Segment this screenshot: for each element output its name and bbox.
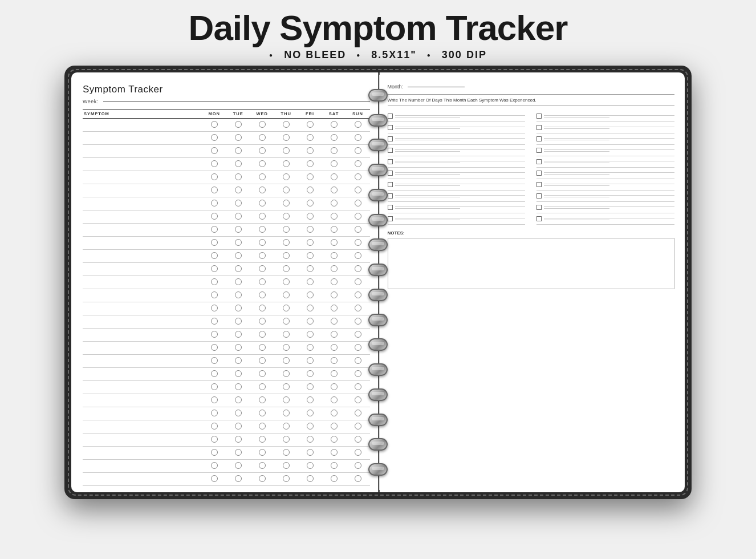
day-circle (259, 252, 266, 259)
day-circle (211, 121, 218, 128)
sun-cell (346, 289, 370, 302)
tue-cell (226, 145, 250, 158)
check-line-short (395, 117, 460, 118)
sat-cell (322, 224, 346, 237)
month-row: Month: (388, 84, 675, 90)
mon-cell (202, 342, 226, 355)
mon-cell (202, 315, 226, 329)
table-row (83, 158, 370, 171)
symptom-cell (83, 355, 202, 368)
week-row: Week: (83, 99, 370, 104)
day-circle (235, 226, 242, 233)
check-lines (544, 149, 674, 152)
wed-cell (250, 420, 274, 434)
day-circle (307, 187, 314, 193)
check-line (544, 172, 674, 173)
day-circle (283, 305, 290, 311)
wed-cell (250, 342, 274, 355)
thu-cell (274, 145, 298, 158)
thu-cell (274, 434, 298, 447)
notes-label: NOTES: (388, 230, 675, 236)
sun-cell (346, 132, 370, 145)
symptom-cell (83, 342, 202, 355)
day-circle (259, 278, 266, 285)
symptom-cell (83, 420, 202, 434)
day-circle (307, 318, 314, 325)
wed-cell (250, 368, 274, 381)
check-line-short (395, 197, 460, 197)
day-circle (235, 410, 242, 416)
day-circle (283, 370, 290, 377)
checkbox (536, 216, 542, 221)
check-line-short (544, 117, 609, 118)
symptom-cell (83, 434, 202, 447)
sat-cell (322, 119, 346, 132)
spiral-ring (368, 338, 388, 351)
checklist-item (388, 122, 526, 133)
check-lines (544, 138, 674, 140)
mon-cell (202, 473, 226, 486)
check-line-short (395, 128, 460, 129)
day-circle (331, 121, 338, 128)
mon-cell (202, 184, 226, 197)
mon-cell (202, 224, 226, 237)
day-circle (283, 449, 290, 456)
day-circle (259, 331, 266, 338)
tue-cell (226, 158, 250, 171)
symptom-cell (83, 119, 202, 132)
check-lines (395, 195, 526, 197)
table-row (83, 224, 370, 237)
page-header: Daily Symptom Tracker ● NO BLEED ● 8.5X1… (189, 0, 568, 66)
day-circle (331, 160, 338, 167)
check-lines (395, 149, 526, 152)
page-subtitle: ● NO BLEED ● 8.5X11" ● 300 DIP (189, 49, 568, 61)
sun-cell (346, 342, 370, 355)
month-line (408, 87, 465, 87)
day-circle (283, 291, 290, 298)
mon-cell (202, 276, 226, 289)
checklist-item (536, 145, 674, 156)
check-lines (395, 138, 526, 140)
sat-cell (322, 276, 346, 289)
wed-cell (250, 355, 274, 368)
checkbox (536, 136, 542, 141)
spiral-ring (368, 89, 388, 102)
day-circle (259, 436, 266, 443)
check-line-short (395, 163, 460, 163)
mon-cell (202, 119, 226, 132)
day-circle (355, 187, 361, 193)
day-circle (355, 121, 361, 128)
notebook-inner: Symptom Tracker Week: SYMPTOM MON TUE WE… (71, 72, 685, 492)
wed-cell (250, 184, 274, 197)
check-line-short (544, 220, 609, 220)
check-line-short (544, 163, 609, 163)
wed-cell (250, 224, 274, 237)
fri-cell (298, 289, 322, 302)
fri-cell (298, 473, 322, 486)
day-circle (307, 357, 314, 364)
check-line (544, 127, 674, 127)
check-lines (395, 115, 526, 118)
day-circle (259, 160, 266, 167)
day-circle (307, 331, 314, 338)
check-line-short (395, 220, 460, 220)
check-line-short (395, 185, 460, 186)
check-line-short (544, 128, 609, 129)
wed-cell (250, 119, 274, 132)
day-circle (355, 200, 361, 206)
day-circle (283, 134, 290, 141)
tue-cell (226, 302, 250, 315)
table-row (83, 289, 370, 302)
checklist-item (536, 213, 674, 225)
sat-cell (322, 355, 346, 368)
thu-cell (274, 276, 298, 289)
table-row (83, 171, 370, 184)
day-circle (283, 423, 290, 430)
day-circle (355, 436, 361, 443)
checklist-item (536, 191, 674, 202)
sat-cell (322, 473, 346, 486)
day-circle (331, 370, 338, 377)
sat-cell (322, 237, 346, 250)
day-circle (355, 305, 361, 311)
wed-cell (250, 237, 274, 250)
